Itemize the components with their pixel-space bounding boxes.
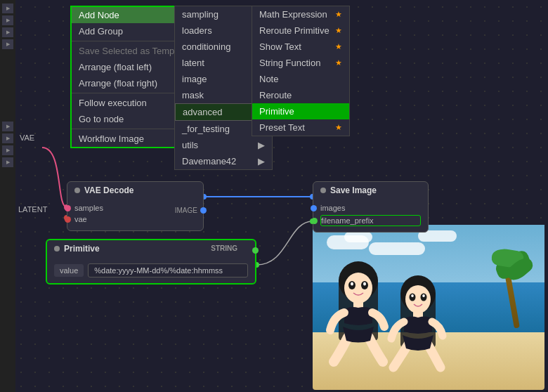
vae-decode-title: VAE Decode bbox=[84, 185, 133, 195]
svg-point-20 bbox=[422, 294, 425, 297]
primitive-body: value %date:yyyy-MM-dd%/%date:hhmmss bbox=[47, 257, 255, 283]
vae-decode-body: samples vae IMAGE bbox=[67, 199, 203, 230]
menu-l2-utils[interactable]: utils ▶ bbox=[175, 137, 272, 153]
vae-decode-node: VAE Decode samples vae IMAGE bbox=[67, 181, 204, 231]
save-image-node: Save Image images filename_prefix bbox=[313, 181, 429, 233]
string-function-label: String Function bbox=[259, 58, 320, 68]
image-preview bbox=[313, 225, 544, 390]
primitive-value-input[interactable]: %date:yyyy-MM-dd%/%date:hhmmss bbox=[88, 263, 248, 277]
latent-label: LATENT bbox=[18, 205, 47, 214]
image-port-label: IMAGE bbox=[175, 207, 197, 214]
menu-l3-primitive[interactable]: Primitive bbox=[252, 103, 349, 119]
save-image-header: Save Image bbox=[313, 182, 428, 199]
primitive-title: Primitive bbox=[64, 244, 100, 254]
save-image-status-dot bbox=[320, 188, 326, 193]
menu-l3-preset-text[interactable]: Preset Text ★ bbox=[252, 119, 349, 136]
save-image-body: images filename_prefix bbox=[313, 199, 428, 232]
vae-decode-status-dot bbox=[74, 188, 80, 193]
samples-port-dot bbox=[65, 205, 71, 211]
preset-text-label: Preset Text bbox=[259, 122, 305, 133]
primitive-value-row: value %date:yyyy-MM-dd%/%date:hhmmss bbox=[54, 263, 248, 277]
arrange-left-label: Arrange (float left) bbox=[79, 62, 152, 72]
utils-label: utils bbox=[182, 140, 198, 150]
vae-port-label: vae bbox=[74, 215, 87, 223]
save-image-port-images: images bbox=[320, 202, 421, 214]
string-func-star-icon: ★ bbox=[335, 58, 342, 67]
sidebar-btn-7[interactable] bbox=[2, 145, 13, 155]
svg-point-11 bbox=[351, 282, 353, 286]
primitive-node: Primitive STRING value %date:yyyy-MM-dd%… bbox=[46, 239, 256, 285]
menu-l3-math[interactable]: Math Expression ★ bbox=[252, 6, 349, 22]
show-text-star-icon: ★ bbox=[335, 42, 342, 51]
cloud-3 bbox=[369, 242, 425, 255]
sidebar-btn-6[interactable] bbox=[2, 133, 13, 143]
filename-prefix-label: filename_prefix bbox=[321, 216, 374, 225]
context-menu-l3: Math Expression ★ Reroute Primitive ★ Sh… bbox=[252, 6, 350, 136]
preset-text-star-icon: ★ bbox=[335, 123, 342, 132]
menu-l3-show-text[interactable]: Show Text ★ bbox=[252, 39, 349, 55]
vae-node-label: VAE bbox=[20, 133, 34, 142]
utils-arrow: ▶ bbox=[258, 140, 265, 150]
arrange-right-label: Arrange (float right) bbox=[79, 78, 157, 89]
svg-point-19 bbox=[411, 294, 414, 297]
primitive-output-dot bbox=[252, 247, 259, 254]
save-image-port-prefix: filename_prefix bbox=[320, 215, 421, 226]
anime-scene bbox=[313, 225, 544, 390]
sampling-label: sampling bbox=[182, 9, 218, 20]
image-label: image bbox=[182, 74, 207, 84]
conditioning-label: conditioning bbox=[182, 41, 230, 52]
sidebar-btn-1[interactable] bbox=[2, 4, 13, 13]
davemane42-arrow: ▶ bbox=[258, 156, 265, 166]
loaders-label: loaders bbox=[182, 25, 212, 36]
primitive-value-label: value bbox=[54, 264, 84, 277]
sidebar-btn-3[interactable] bbox=[2, 27, 13, 37]
reroute-primitive-label: Reroute Primitive bbox=[259, 25, 330, 36]
sidebar-btn-8[interactable] bbox=[2, 157, 13, 167]
cloud-2 bbox=[344, 232, 372, 242]
filename-prefix-port-dot bbox=[311, 218, 318, 224]
math-star-icon: ★ bbox=[335, 10, 342, 19]
reroute-label: Reroute bbox=[259, 90, 292, 100]
sidebar-btn-5[interactable] bbox=[2, 122, 13, 131]
samples-port-label: samples bbox=[74, 204, 103, 212]
add-node-label: Add Node bbox=[79, 10, 119, 20]
sidebar-btn-2[interactable] bbox=[2, 15, 13, 25]
workflow-image-label: Workflow Image bbox=[79, 133, 144, 144]
image-port-dot bbox=[200, 207, 207, 214]
advanced-label: advanced bbox=[183, 107, 222, 117]
primitive-status-dot bbox=[54, 246, 60, 251]
mask-label: mask bbox=[182, 90, 204, 100]
menu-l3-string-function[interactable]: String Function ★ bbox=[252, 55, 349, 71]
menu-l3-reroute[interactable]: Reroute bbox=[252, 87, 349, 103]
menu-l2-davemane42[interactable]: Davemane42 ▶ bbox=[175, 153, 272, 169]
primitive-string-label: STRING bbox=[211, 244, 237, 252]
menu-l3-reroute-prim[interactable]: Reroute Primitive ★ bbox=[252, 22, 349, 39]
figure-2 bbox=[383, 274, 453, 383]
show-text-label: Show Text bbox=[259, 41, 301, 52]
images-port-dot bbox=[311, 205, 317, 211]
svg-point-8 bbox=[344, 273, 372, 303]
sidebar-btn-4[interactable] bbox=[2, 39, 13, 49]
primitive-header: Primitive STRING bbox=[47, 240, 255, 257]
vae-decode-port-vae: vae bbox=[74, 214, 196, 225]
vae-port-dot bbox=[65, 216, 71, 223]
note-label: Note bbox=[259, 74, 278, 84]
save-selected-label: Save Selected as Template bbox=[79, 46, 189, 56]
for-testing-label: _for_testing bbox=[182, 124, 230, 134]
add-group-label: Add Group bbox=[79, 26, 123, 37]
math-expression-label: Math Expression bbox=[259, 9, 327, 20]
save-image-title: Save Image bbox=[330, 185, 377, 195]
davemane42-label: Davemane42 bbox=[182, 156, 236, 166]
primitive-label: Primitive bbox=[259, 106, 294, 117]
follow-execution-label: Follow execution bbox=[79, 98, 147, 108]
sidebar bbox=[0, 0, 15, 392]
vae-decode-header: VAE Decode bbox=[67, 182, 203, 199]
svg-point-12 bbox=[363, 282, 366, 286]
latent-label-menu: latent bbox=[182, 58, 204, 68]
images-port-label: images bbox=[320, 204, 345, 212]
go-to-node-label: Go to node bbox=[79, 114, 124, 124]
reroute-prim-star-icon: ★ bbox=[335, 26, 342, 35]
svg-point-16 bbox=[405, 285, 431, 313]
menu-l3-note[interactable]: Note bbox=[252, 71, 349, 87]
